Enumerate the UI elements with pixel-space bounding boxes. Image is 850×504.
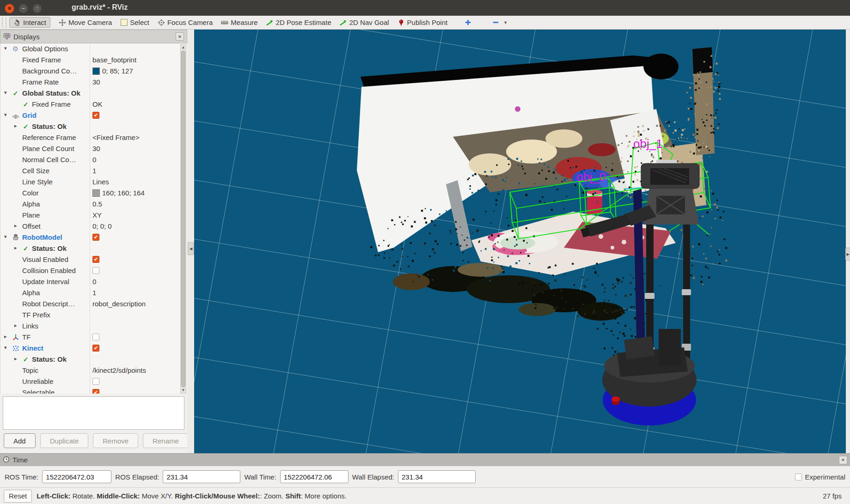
collapse-left-icon[interactable]: ◀ bbox=[188, 242, 194, 255]
property-value[interactable]: ✔ bbox=[92, 389, 99, 394]
property-value[interactable]: 0; 0; 0 bbox=[92, 222, 112, 230]
property-value[interactable]: ✔ bbox=[92, 111, 99, 119]
display-tree-row[interactable]: ▸✓Status: Ok bbox=[0, 121, 187, 132]
3d-viewport[interactable]: obj_0 obj_1 bbox=[194, 30, 846, 453]
property-value[interactable]: 1 bbox=[92, 167, 96, 175]
property-checkbox[interactable]: ✔ bbox=[92, 345, 99, 352]
display-tree-row[interactable]: Collision Enabled bbox=[0, 265, 187, 276]
display-tree-row[interactable]: ▾RobotModel✔ bbox=[0, 232, 187, 243]
display-tree-row[interactable]: PlaneXY bbox=[0, 210, 187, 221]
window-close-button[interactable]: ✕ bbox=[5, 4, 14, 13]
displays-panel-header[interactable]: Displays ✕ bbox=[0, 30, 187, 43]
3d-scene[interactable]: obj_0 obj_1 bbox=[194, 30, 846, 453]
display-tree-row[interactable]: ▸TF bbox=[0, 332, 187, 343]
time-panel-header[interactable]: Time ✕ bbox=[0, 453, 850, 466]
display-tree-row[interactable]: Alpha1 bbox=[0, 287, 187, 298]
tool-2d-pose-estimate[interactable]: 2D Pose Estimate bbox=[266, 18, 331, 26]
display-tree-row[interactable]: Cell Size1 bbox=[0, 165, 187, 176]
expander-open-icon[interactable]: ▾ bbox=[4, 112, 7, 118]
display-tree-row[interactable]: ✓Fixed FrameOK bbox=[0, 99, 187, 110]
expander-open-icon[interactable]: ▾ bbox=[4, 345, 7, 351]
display-tree-row[interactable]: ▾Kinect✔ bbox=[0, 343, 187, 354]
property-checkbox[interactable]: ✔ bbox=[92, 389, 99, 394]
display-tree-row[interactable]: Alpha0.5 bbox=[0, 199, 187, 210]
property-value[interactable]: <Fixed Frame> bbox=[92, 134, 140, 141]
expander-closed-icon[interactable]: ▸ bbox=[14, 123, 17, 129]
tool-publish-point[interactable]: Publish Point bbox=[397, 18, 448, 26]
remove-tool-button[interactable]: ▼ bbox=[492, 19, 508, 26]
property-value[interactable]: ✔ bbox=[92, 344, 99, 352]
display-tree-row[interactable]: Background Co…0; 85; 127 bbox=[0, 66, 187, 77]
displays-scrollbar[interactable]: ▲ ▼ bbox=[180, 44, 186, 394]
duplicate-button[interactable]: Duplicate bbox=[40, 433, 89, 448]
display-tree-row[interactable]: Update Interval0 bbox=[0, 276, 187, 287]
property-value[interactable]: /kinect2/sd/points bbox=[92, 366, 146, 374]
tool-measure[interactable]: Measure bbox=[221, 18, 257, 26]
ros-time-input[interactable] bbox=[42, 470, 111, 483]
property-value[interactable]: 0 bbox=[92, 278, 96, 285]
property-value[interactable]: 30 bbox=[92, 145, 100, 152]
property-checkbox[interactable]: ✔ bbox=[92, 112, 99, 119]
property-value[interactable]: 30 bbox=[92, 78, 100, 86]
expander-open-icon[interactable]: ▾ bbox=[4, 90, 7, 96]
display-tree-row[interactable]: ▸✓Status: Ok bbox=[0, 243, 187, 254]
display-tree-row[interactable]: Fixed Framebase_footprint bbox=[0, 55, 187, 66]
window-minimize-button[interactable]: − bbox=[18, 4, 28, 13]
chevron-down-icon[interactable]: ▼ bbox=[503, 20, 508, 25]
expander-closed-icon[interactable]: ▸ bbox=[14, 322, 17, 328]
expander-open-icon[interactable]: ▾ bbox=[4, 234, 7, 240]
expander-open-icon[interactable]: ▾ bbox=[4, 45, 7, 51]
property-value[interactable]: 0 bbox=[92, 156, 96, 164]
ros-elapsed-input[interactable] bbox=[163, 470, 240, 483]
display-tree-row[interactable]: Normal Cell Co…0 bbox=[0, 154, 187, 165]
tool-select[interactable]: Select bbox=[120, 18, 149, 26]
property-checkbox[interactable] bbox=[92, 378, 99, 385]
scrollbar-thumb[interactable] bbox=[181, 51, 185, 387]
display-tree-row[interactable]: TF Prefix bbox=[0, 310, 187, 321]
property-value[interactable]: robot_description bbox=[92, 300, 146, 308]
color-swatch[interactable] bbox=[92, 67, 100, 75]
property-value[interactable] bbox=[92, 333, 99, 340]
experimental-checkbox[interactable] bbox=[795, 474, 802, 480]
wall-time-input[interactable] bbox=[280, 470, 349, 483]
display-tree-row[interactable]: ▾⚙Global Options bbox=[0, 43, 187, 55]
property-value[interactable]: ✔ bbox=[92, 255, 99, 263]
tool-interact[interactable]: Interact bbox=[9, 17, 50, 28]
property-checkbox[interactable]: ✔ bbox=[92, 256, 99, 263]
window-maximize-button[interactable]: □ bbox=[32, 4, 42, 13]
display-tree-row[interactable]: ▾✓Global Status: Ok bbox=[0, 88, 187, 99]
display-tree-row[interactable]: Plane Cell Count30 bbox=[0, 143, 187, 154]
display-tree-row[interactable]: Robot Descript…robot_description bbox=[0, 298, 187, 310]
display-tree-row[interactable]: ▾Grid✔ bbox=[0, 110, 187, 121]
expander-closed-icon[interactable]: ▸ bbox=[14, 223, 17, 229]
display-tree-row[interactable]: ▸Offset0; 0; 0 bbox=[0, 221, 187, 232]
add-button[interactable]: Add bbox=[4, 433, 36, 448]
scroll-up-icon[interactable]: ▲ bbox=[181, 45, 186, 50]
rename-button[interactable]: Rename bbox=[143, 433, 189, 448]
reset-button[interactable]: Reset bbox=[4, 490, 32, 503]
display-tree-row[interactable]: ▸✓Status: Ok bbox=[0, 354, 187, 365]
wall-elapsed-input[interactable] bbox=[398, 470, 476, 483]
property-checkbox[interactable]: ✔ bbox=[92, 234, 99, 241]
property-value[interactable]: ✔ bbox=[92, 233, 99, 241]
property-checkbox[interactable] bbox=[92, 267, 99, 274]
toolbar-drag-handle[interactable] bbox=[2, 18, 6, 28]
display-tree-row[interactable]: Frame Rate30 bbox=[0, 77, 187, 88]
property-value[interactable]: 160; 160; 164 bbox=[92, 189, 145, 197]
property-value[interactable]: base_footprint bbox=[92, 56, 136, 64]
display-tree-row[interactable]: Selectable✔ bbox=[0, 387, 187, 394]
property-value[interactable] bbox=[92, 377, 99, 385]
property-value[interactable]: OK bbox=[92, 100, 103, 108]
expander-closed-icon[interactable]: ▸ bbox=[14, 245, 17, 251]
tool-focus-camera[interactable]: Focus Camera bbox=[158, 18, 213, 26]
property-value[interactable]: 0; 85; 127 bbox=[92, 67, 133, 75]
collapse-right-icon[interactable]: ▶ bbox=[845, 248, 850, 261]
display-tree-row[interactable]: Visual Enabled✔ bbox=[0, 254, 187, 265]
display-tree-row[interactable]: ▸Links bbox=[0, 321, 187, 332]
property-value[interactable]: 1 bbox=[92, 289, 96, 297]
display-tree-row[interactable]: Reference Frame<Fixed Frame> bbox=[0, 132, 187, 143]
property-value[interactable]: 0.5 bbox=[92, 200, 102, 208]
expander-closed-icon[interactable]: ▸ bbox=[14, 356, 17, 362]
display-tree-row[interactable]: Unreliable bbox=[0, 376, 187, 387]
panel-splitter[interactable]: ◀ bbox=[187, 30, 194, 453]
